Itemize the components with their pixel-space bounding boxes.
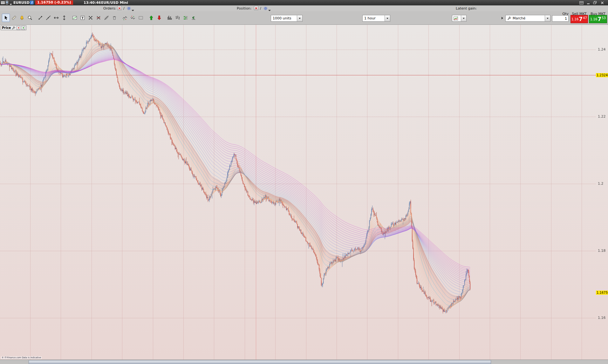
orders-settings-caret-icon[interactable] (132, 8, 134, 12)
buy-price-big: 7 (598, 17, 601, 22)
pointer-tool[interactable] (2, 14, 10, 22)
trendline-tool[interactable] (44, 14, 52, 22)
euro-levels-tool[interactable]: € (189, 14, 197, 22)
trash-tool[interactable] (110, 14, 118, 22)
svg-text:€: € (192, 16, 195, 20)
buy-mkt-button[interactable]: 1.16753 (589, 15, 607, 23)
chart-style-dropdown-caret-icon[interactable] (461, 15, 466, 21)
ruler-tool[interactable] (10, 14, 18, 22)
h-scrollbar-thumb[interactable] (29, 360, 491, 364)
price-levels-tool[interactable] (181, 14, 189, 22)
zoom-tool[interactable] (26, 14, 34, 22)
quantity-input[interactable] (552, 15, 569, 22)
chart-toolbar: T (0, 11, 608, 25)
indicator-window-tool[interactable] (71, 14, 79, 22)
minimize-button[interactable] (586, 1, 591, 5)
clock-label: 13:40:46 (84, 1, 101, 5)
y-axis-tick: 1.18 (598, 249, 606, 253)
data-provider-watermark: © IT-Finance.com Data is indicative (1, 356, 42, 359)
close-button[interactable] (600, 1, 605, 5)
orders-label: Orders: (103, 6, 116, 10)
status-row: Orders: / Position: / Latent gain: (0, 5, 608, 11)
price-pane-tab[interactable]: Price (1, 25, 26, 30)
position-settings-caret-icon[interactable] (268, 8, 271, 12)
sell-arrow-tool[interactable] (155, 14, 163, 22)
zigzag-signal-tool[interactable] (121, 14, 129, 22)
orders-cancel-button[interactable] (117, 6, 122, 10)
y-axis-tick: 1.16 (598, 316, 606, 320)
pane-add-indicator-icon[interactable] (21, 26, 25, 30)
position-label: Position: (237, 6, 252, 10)
order-type-dropdown-value: Marché (513, 16, 525, 20)
y-axis-tick: 1.22 (598, 114, 606, 119)
segment-tool[interactable] (36, 14, 44, 22)
symbol-dropdown-caret-icon[interactable] (10, 2, 12, 6)
order-type-dropdown-caret-icon[interactable] (545, 15, 550, 21)
volume-bars-tool[interactable] (166, 14, 174, 22)
h-scrollbar[interactable] (0, 360, 608, 364)
wrench-icon (507, 16, 511, 20)
position-close-button[interactable] (254, 6, 258, 10)
order-panel-expand-icon[interactable] (502, 17, 503, 19)
orders-separator: / (123, 6, 125, 10)
pane-properties-icon[interactable] (12, 26, 16, 30)
delete-drawing-tool[interactable] (94, 14, 102, 22)
sell-price-base: 1.16 (571, 17, 578, 21)
mobile-device-icon[interactable] (6, 1, 8, 4)
sell-price-sup: 47 (583, 16, 587, 20)
instrument-label: EUR/USD Mini (101, 1, 128, 5)
order-type-dropdown[interactable]: Marché (505, 15, 550, 22)
alert-level-badge: 1.23240 (596, 73, 608, 77)
units-dropdown-caret-icon[interactable] (297, 15, 302, 21)
selection-zone-tool[interactable] (137, 14, 145, 22)
window-title-bar: EURUSD i 1.16750 (-0.23%) 13:40:46 EUR/U… (0, 0, 608, 5)
chart-style-dropdown[interactable] (452, 15, 467, 22)
restore-button[interactable] (592, 1, 598, 5)
price-pane-label: Price (2, 26, 11, 30)
zigzag-signal-alt-tool[interactable] (129, 14, 137, 22)
chart-style-icon (453, 16, 458, 21)
info-icon[interactable]: i (30, 1, 34, 4)
units-dropdown-value: 1000 units (273, 16, 291, 20)
y-axis-tick: 1.2 (598, 182, 604, 186)
buy-price-base: 1.16 (590, 17, 597, 21)
units-dropdown[interactable]: 1000 units (271, 15, 303, 22)
ohlc-bars-tool[interactable] (174, 14, 181, 22)
sell-mkt-button[interactable]: 1.16747 (570, 15, 588, 23)
price-change-badge: 1.16750 (-0.23%) (35, 0, 73, 5)
vertical-line-tool[interactable] (60, 14, 68, 22)
svg-text:T: T (81, 16, 84, 20)
pane-alert-icon[interactable] (17, 26, 20, 30)
drawing-tools-group: T (2, 14, 197, 22)
move-drawing-tool[interactable] (86, 14, 94, 22)
buy-price-sup: 53 (602, 16, 606, 20)
position-settings-gear-icon[interactable] (263, 6, 268, 10)
multi-line-tool[interactable] (102, 14, 110, 22)
horizontal-line-tool[interactable] (52, 14, 60, 22)
position-separator: / (260, 6, 261, 10)
timeframe-dropdown[interactable]: 1 hour (362, 15, 390, 22)
orders-settings-gear-icon[interactable] (126, 6, 131, 10)
alarm-bell-tool[interactable] (18, 14, 26, 22)
layout-grid-icon[interactable] (579, 1, 584, 5)
workspace-grid-icon[interactable] (1, 1, 5, 4)
current-price-badge: 1.16750 (596, 291, 608, 295)
latent-gain-label: Latent gain: (456, 6, 477, 10)
buy-arrow-tool[interactable] (147, 14, 155, 22)
symbol-label[interactable]: EURUSD (13, 1, 30, 5)
y-axis-tick: 1.24 (598, 47, 606, 52)
price-chart-canvas[interactable] (0, 25, 608, 360)
text-tool[interactable]: T (79, 14, 86, 22)
sell-price-big: 7 (579, 17, 583, 22)
timeframe-dropdown-value: 1 hour (364, 16, 376, 20)
timeframe-dropdown-caret-icon[interactable] (385, 15, 390, 21)
